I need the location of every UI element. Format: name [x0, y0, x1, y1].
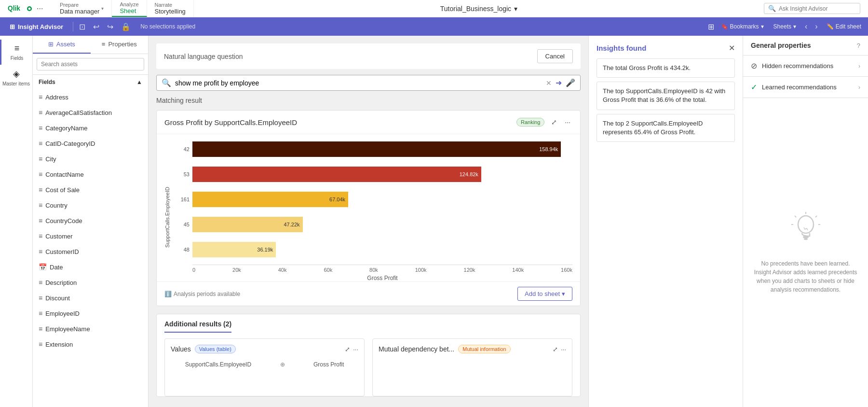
forward-icon[interactable]: ›: [813, 20, 819, 33]
more-mutual-icon[interactable]: ···: [561, 346, 566, 353]
svg-line-7: [795, 216, 796, 217]
bar-y-label-45: 45: [178, 222, 192, 227]
ask-search-icon: 🔍: [768, 5, 776, 12]
logo-area: Qlik ···: [4, 3, 52, 14]
more-options-icon[interactable]: ···: [35, 3, 45, 14]
learned-rec-chevron-icon: ›: [858, 84, 860, 91]
hidden-rec-icon: ⊘: [751, 61, 757, 70]
right-panel: General properties ? ⊘ Hidden recommenda…: [743, 36, 868, 407]
bar-row-161: 161 67.04k: [178, 190, 572, 209]
field-list: ≡ Address ≡ AverageCallSatisfaction ≡ Ca…: [33, 89, 148, 407]
right-panel-body: No precedents have been learned. Insight…: [743, 98, 868, 407]
field-item-employeeid[interactable]: ≡ EmployeeID: [33, 306, 148, 321]
nav-narrate[interactable]: Narrate Storytelling: [147, 0, 194, 17]
submit-icon[interactable]: ➜: [556, 78, 562, 87]
sidebar-tab-master-items[interactable]: ◈ Master items: [0, 65, 32, 90]
ask-input-area[interactable]: 🔍: [764, 3, 860, 14]
more-mini-icon[interactable]: ···: [353, 346, 358, 353]
ask-insight-input[interactable]: [779, 5, 856, 12]
hidden-recommendations-section[interactable]: ⊘ Hidden recommendations ›: [743, 56, 868, 77]
mini-cards: Values Values (table) ⤢ ··· SupportCalls…: [164, 338, 572, 396]
sheets-button[interactable]: Sheets ▾: [771, 21, 799, 32]
nav-analyze[interactable]: Analyze Sheet: [112, 0, 147, 17]
field-item-employeename[interactable]: ≡ EmployeeName: [33, 321, 148, 337]
field-text-icon: ≡: [39, 201, 42, 209]
field-item-customerid[interactable]: ≡ CustomerID: [33, 244, 148, 259]
assets-grid-icon: ⊞: [48, 41, 54, 48]
insight-item-2: The top SupportCalls.EmployeeID is 42 wi…: [597, 82, 735, 110]
svg-line-8: [815, 216, 817, 217]
mini-card-values-content: SupportCalls.EmployeeID ⊕ Gross Profit: [171, 357, 358, 368]
field-calendar-icon: 📅: [39, 263, 47, 271]
expand-mutual-icon[interactable]: ⤢: [553, 346, 558, 353]
add-to-sheet-button[interactable]: Add to sheet ▾: [517, 287, 572, 301]
undo-icon[interactable]: ↩: [91, 20, 101, 33]
app-title[interactable]: Tutorial_Business_logic ▾: [440, 5, 517, 13]
grid-view-icon[interactable]: ⊞: [708, 22, 714, 31]
bar-fill-53: 124.82k: [192, 167, 481, 182]
field-item-categoryname[interactable]: ≡ CategoryName: [33, 120, 148, 136]
insight-advisor-button[interactable]: ⊞ Insight Advisor: [4, 21, 69, 32]
analysis-periods-note: ℹ️ Analysis periods available: [164, 291, 240, 297]
field-text-icon: ≡: [39, 248, 42, 255]
lock-icon[interactable]: 🔒: [119, 20, 133, 33]
field-item-city[interactable]: ≡ City: [33, 151, 148, 167]
field-item-country[interactable]: ≡ Country: [33, 197, 148, 213]
hidden-rec-chevron-icon: ›: [858, 63, 860, 70]
field-item-customer[interactable]: ≡ Customer: [33, 228, 148, 244]
mic-icon[interactable]: 🎤: [566, 78, 575, 87]
svg-point-2: [28, 7, 31, 10]
insight-advisor-icon: ⊞: [10, 23, 15, 30]
mini-card-mutual-actions: ⤢ ···: [553, 346, 566, 353]
properties-tab[interactable]: ≡ Properties: [91, 36, 149, 54]
mini-card-values-header: Values Values (table) ⤢ ···: [171, 345, 358, 353]
hidden-rec-label: Hidden recommendations: [762, 62, 854, 70]
field-item-discount[interactable]: ≡ Discount: [33, 290, 148, 306]
svg-rect-4: [803, 236, 809, 238]
clear-icon[interactable]: ✕: [546, 79, 552, 87]
field-item-contactname[interactable]: ≡ ContactName: [33, 167, 148, 182]
back-icon[interactable]: ‹: [803, 20, 809, 33]
toolbar: ⊞ Insight Advisor ⊡ ↩ ↪ 🔒 No selections …: [0, 17, 868, 36]
more-options-chart-icon[interactable]: ···: [563, 116, 572, 128]
bar-y-label-161: 161: [178, 196, 192, 202]
field-item-extension[interactable]: ≡ Extension: [33, 337, 148, 352]
search-assets-input[interactable]: [37, 58, 144, 70]
field-text-icon: ≡: [39, 93, 42, 101]
analyze-label: Analyze: [120, 1, 138, 7]
assets-tab[interactable]: ⊞ Assets: [33, 36, 91, 54]
field-item-countrycode[interactable]: ≡ CountryCode: [33, 213, 148, 228]
search-box: [33, 54, 148, 75]
sidebar-tab-fields[interactable]: ≡ Fields: [0, 40, 32, 65]
field-item-catid[interactable]: ≡ CatID-CategoryID: [33, 136, 148, 151]
bookmarks-button[interactable]: 🔖 Bookmarks ▾: [718, 21, 767, 32]
x-axis: 0 20k 40k 60k 80k 100k 120k 140k 160k Gr…: [192, 265, 572, 281]
bar-y-label-42: 42: [178, 146, 192, 152]
field-item-avgcallsat[interactable]: ≡ AverageCallSatisfaction: [33, 105, 148, 120]
chart-card-header: Gross Profit by SupportCalls.EmployeeID …: [157, 111, 580, 134]
help-icon[interactable]: ?: [857, 42, 860, 49]
snap-to-grid-icon[interactable]: ⊡: [77, 20, 87, 33]
add-to-sheet-dropdown-icon: ▾: [562, 290, 565, 297]
toolbar-right: ⊞ 🔖 Bookmarks ▾ Sheets ▾ ‹ › ✏️ Edit she…: [708, 20, 864, 33]
field-item-address[interactable]: ≡ Address: [33, 89, 148, 105]
cancel-button[interactable]: Cancel: [537, 49, 573, 63]
field-item-costofsale[interactable]: ≡ Cost of Sale: [33, 182, 148, 197]
nav-prepare[interactable]: Prepare Data manager ▾: [52, 0, 112, 17]
field-item-description[interactable]: ≡ Description: [33, 275, 148, 290]
expand-mini-icon[interactable]: ⤢: [345, 346, 350, 353]
field-text-icon: ≡: [39, 309, 42, 317]
bar-row-48: 48 36.19k: [178, 240, 572, 259]
nl-search-input[interactable]: [175, 79, 542, 87]
bar-y-label-53: 53: [178, 171, 192, 177]
main-layout: ≡ Fields ◈ Master items ⊞ Assets ≡ Prope…: [0, 36, 868, 407]
redo-icon[interactable]: ↪: [105, 20, 115, 33]
field-item-date[interactable]: 📅 Date: [33, 259, 148, 275]
x-axis-ticks: 0 20k 40k 60k 80k 100k 120k 140k 160k: [192, 267, 572, 273]
expand-icon[interactable]: ⤢: [549, 116, 559, 128]
learned-recommendations-section[interactable]: ✓ Learned recommendations ›: [743, 77, 868, 98]
collapse-icon[interactable]: ▲: [136, 79, 142, 85]
edit-sheet-button[interactable]: ✏️ Edit sheet: [824, 21, 864, 32]
insights-close-icon[interactable]: ✕: [729, 43, 735, 53]
field-text-icon: ≡: [39, 124, 42, 132]
